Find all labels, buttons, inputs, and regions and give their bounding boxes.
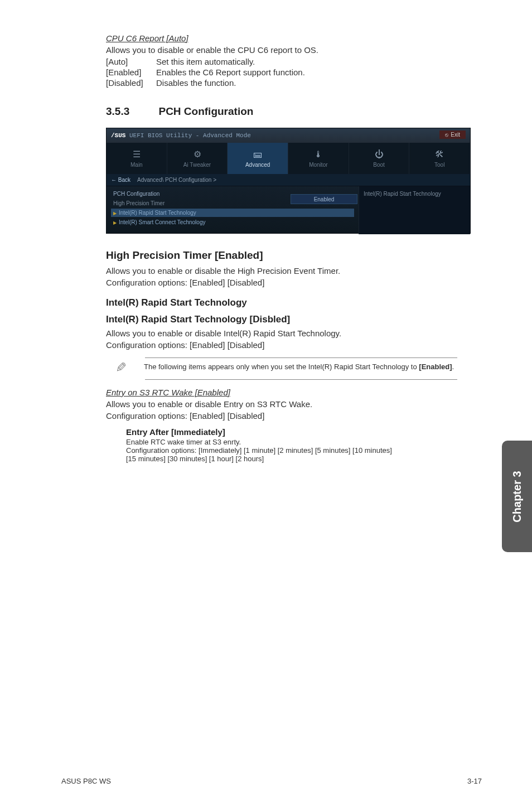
rst-heading: Intel(R) Rapid Start Technology [106,297,471,308]
wrench-icon: 🛠 [435,149,444,160]
entry-after-line: [15 minutes] [30 minutes] [1 hour] [2 ho… [126,455,471,463]
entry-after-title: Entry After [Immediately] [126,427,471,437]
tab-label: Ai Tweaker [183,162,211,168]
footer-page-number: 3-17 [467,777,482,785]
tab-tool[interactable]: 🛠 Tool [409,143,470,174]
tab-label: Boot [373,162,385,168]
option-row: [Auto] Set this item automatically. [106,57,471,66]
bios-screenshot: /SUS UEFI BIOS Utility - Advanced Mode ⎋… [106,128,471,234]
cpu-c6-desc: Allows you to disable or enable the CPU … [106,45,471,55]
section-number: 3.5.3 [106,105,156,118]
tab-label: Main [130,162,143,168]
bios-brand: /SUS UEFI BIOS Utility - Advanced Mode [111,132,251,139]
rst-config: Configuration options: [Enabled] [Disabl… [106,340,471,350]
entry-s3-desc: Allows you to enable or disable Entry on… [106,399,471,409]
breadcrumb: ← Back Advanced\ PCH Configuration > [107,174,470,186]
hpt-config: Configuration options: [Enabled] [Disabl… [106,278,471,287]
entry-s3-config: Configuration options: [Enabled] [Disabl… [106,411,471,421]
option-val: Disables the function. [156,78,236,88]
entry-after-block: Entry After [Immediately] Enable RTC wak… [126,427,471,463]
bios-titlebar: /SUS UEFI BIOS Utility - Advanced Mode ⎋… [107,128,470,143]
dropdown-value[interactable]: Enabled [291,194,357,204]
tab-advanced[interactable]: 🖴 Advanced [228,143,288,174]
exit-button[interactable]: ⎋Exit [439,131,466,139]
tab-ai-tweaker[interactable]: ⚙ Ai Tweaker [167,143,228,174]
arrow-icon: ▶ [113,211,117,216]
tab-main[interactable]: ☰ Main [107,143,167,174]
tab-label: Monitor [309,162,327,168]
bios-main-panel: PCH Configuration High Precision Timer ▶… [107,186,359,234]
rst-desc: Allows you to enable or disable Intel(R)… [106,328,471,338]
page-footer: ASUS P8C WS 3-17 [0,777,532,785]
exit-icon: ⎋ [445,132,448,138]
entry-after-line: Enable RTC wake timer at S3 enrty. [126,438,471,446]
submenu-link-smart-connect[interactable]: ▶Intel(R) Smart Connect Technology [113,218,352,226]
rst-sub-heading: Intel(R) Rapid Start Technology [Disbled… [106,314,471,325]
entry-after-line: Configuration options: [Immediately] [1 … [126,446,471,455]
option-key: [Disabled] [106,78,156,88]
option-key: [Auto] [106,57,156,66]
hpt-desc: Allows you to enable or disable the High… [106,266,471,276]
tab-label: Advanced [245,162,270,168]
entry-s3-heading: Entry on S3 RTC Wake [Enabled] [106,388,471,397]
note-box: The following items appears only when yo… [145,357,457,380]
section-title: PCH Configuration [158,105,253,117]
tab-monitor[interactable]: 🌡 Monitor [288,143,349,174]
tab-label: Tool [434,162,444,168]
hpt-heading: High Precision Timer [Enabled] [106,249,471,262]
bios-info-panel: Intel(R) Rapid Start Technology [359,186,470,234]
tab-boot[interactable]: ⏻ Boot [349,143,410,174]
option-val: Set this item automatically. [156,57,255,66]
section-heading: 3.5.3 PCH Configuration [106,105,471,118]
pencil-icon [117,363,129,375]
back-button[interactable]: ← Back [111,177,130,183]
list-icon: ☰ [133,149,141,160]
cpu-c6-report-heading: CPU C6 Report [Auto] [106,33,471,43]
option-key: [Enabled] [106,67,156,77]
arrow-icon: ▶ [113,220,117,225]
thermometer-icon: 🌡 [314,149,323,160]
option-row: [Enabled] Enables the C6 Report support … [106,67,471,77]
note-text: The following items appears only when yo… [144,363,454,371]
chapter-tab: Chapter 3 [502,441,532,552]
gear-icon: ⚙ [194,149,201,160]
option-row: [Disabled] Disables the function. [106,78,471,88]
submenu-link-rapid-start[interactable]: ▶Intel(R) Rapid Start Technology [111,209,354,217]
footer-product: ASUS P8C WS [61,777,111,785]
chapter-label: Chapter 3 [511,471,524,522]
power-icon: ⏻ [375,149,384,160]
bios-tabs: ☰ Main ⚙ Ai Tweaker 🖴 Advanced 🌡 Monitor… [107,143,470,174]
option-val: Enables the C6 Report support function. [156,67,305,77]
breadcrumb-text: Advanced\ PCH Configuration > [137,177,216,183]
chip-icon: 🖴 [253,149,262,160]
